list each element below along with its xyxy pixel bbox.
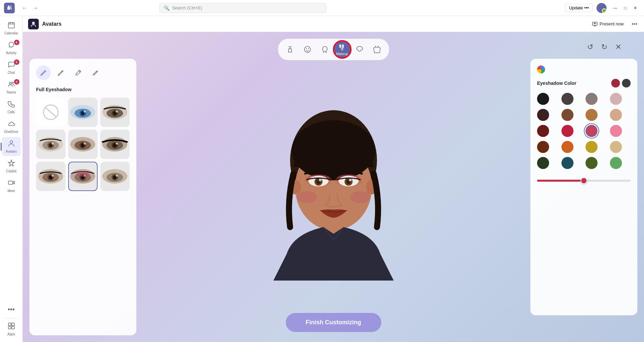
minimize-button[interactable]: —	[611, 3, 620, 13]
svg-point-82	[349, 179, 352, 181]
right-panel-header	[537, 65, 631, 73]
chat-badge: 5	[14, 59, 19, 65]
close-editor-button[interactable]: ✕	[613, 41, 624, 53]
app-header: Avatars Present now •••	[23, 16, 644, 32]
toolbar-head-button[interactable]	[317, 41, 333, 57]
eyeshadow-option-6[interactable]	[36, 162, 66, 191]
color-tan[interactable]	[586, 109, 598, 121]
selected-color-2[interactable]	[622, 79, 631, 88]
color-olive[interactable]	[586, 157, 598, 169]
opacity-slider[interactable]	[537, 180, 631, 182]
sidebar-item-chat[interactable]: 5 Chat	[2, 58, 21, 77]
undo-button[interactable]: ↺	[585, 41, 596, 53]
color-gray[interactable]	[586, 93, 598, 105]
finish-customizing-button[interactable]: Finish Customizing	[286, 313, 381, 332]
svg-point-2	[8, 5, 10, 7]
sidebar-label-onedrive: OneDrive	[4, 130, 18, 134]
svg-point-48	[116, 143, 118, 145]
color-teal[interactable]	[561, 157, 573, 169]
copilot-icon	[8, 159, 15, 168]
eyeshadow-section-title: Full Eyeshadow	[36, 87, 130, 92]
sidebar-item-calls[interactable]: Calls	[2, 98, 21, 117]
svg-rect-1	[7, 7, 10, 10]
sidebar-label-chat: Chat	[8, 71, 15, 74]
update-button[interactable]: Update •••	[565, 4, 593, 12]
google-colors-icon	[537, 65, 545, 73]
sidebar: Calendar 6 Activity 5 Chat	[0, 16, 23, 342]
teams-badge: 2	[14, 79, 19, 84]
color-darkred[interactable]	[537, 109, 549, 121]
eyeshadow-option-3[interactable]	[36, 130, 66, 159]
color-darkgreen[interactable]	[537, 157, 549, 169]
eyeshadow-option-8[interactable]	[100, 162, 130, 191]
svg-point-4	[9, 82, 11, 84]
sidebar-label-calendar: Calendar	[4, 31, 18, 35]
right-panel: Eyeshadow Color	[530, 59, 637, 315]
sidebar-divider	[5, 318, 18, 318]
color-row-3	[537, 125, 631, 137]
eyeshadow-grid	[36, 98, 130, 191]
meet-icon	[8, 179, 15, 188]
color-black[interactable]	[537, 93, 549, 105]
selected-color-1[interactable]	[611, 79, 620, 88]
search-bar[interactable]: 🔍 Search (Ctrl+E)	[159, 3, 327, 13]
color-rose[interactable]	[586, 125, 598, 137]
color-rust[interactable]	[537, 141, 549, 153]
svg-rect-8	[8, 323, 11, 326]
panel-tab-4[interactable]	[88, 65, 103, 80]
eyeshadow-option-4[interactable]	[68, 130, 98, 159]
panel-tab-3[interactable]	[71, 65, 86, 80]
toolbar-face-button[interactable]	[299, 41, 315, 57]
color-gold[interactable]	[586, 141, 598, 153]
eyeshadow-option-none[interactable]	[36, 98, 66, 127]
calls-icon	[8, 100, 15, 109]
maximize-button[interactable]: □	[621, 3, 630, 13]
color-cream[interactable]	[610, 141, 622, 153]
color-beige[interactable]	[610, 109, 622, 121]
svg-rect-9	[12, 323, 14, 326]
color-hotpink[interactable]	[610, 125, 622, 137]
color-darkbrown[interactable]	[561, 93, 573, 105]
color-crimson[interactable]	[561, 125, 573, 137]
sidebar-item-activity[interactable]: 6 Activity	[2, 38, 21, 57]
toolbar-body-button[interactable]	[282, 41, 298, 57]
color-deepred[interactable]	[537, 125, 549, 137]
sidebar-item-calendar[interactable]: Calendar	[2, 19, 21, 38]
color-lightpink[interactable]	[610, 93, 622, 105]
color-sage[interactable]	[610, 157, 622, 169]
teams-logo-icon	[4, 3, 15, 13]
panel-tab-2[interactable]	[53, 65, 68, 80]
sidebar-item-meet[interactable]: Meet	[2, 176, 21, 195]
color-brown[interactable]	[561, 109, 573, 121]
svg-point-33	[116, 111, 118, 113]
redo-button[interactable]: ↻	[599, 41, 610, 53]
top-toolbar: Makeup	[278, 39, 389, 60]
sidebar-item-avatars[interactable]: Avatars	[2, 137, 21, 156]
close-button[interactable]: ✕	[631, 3, 640, 13]
eyeshadow-option-selected[interactable]	[68, 162, 98, 191]
color-orange[interactable]	[561, 141, 573, 153]
toolbar-accessories-button[interactable]	[352, 41, 368, 57]
eyeshadow-option-1[interactable]	[68, 98, 98, 127]
svg-point-15	[306, 48, 306, 49]
toolbar-outfit-button[interactable]	[369, 41, 385, 57]
present-now-button[interactable]: Present now	[590, 20, 626, 28]
search-placeholder: Search (Ctrl+E)	[172, 5, 202, 10]
color-row-1	[537, 93, 631, 105]
eyeshadow-option-2[interactable]	[100, 98, 130, 127]
sidebar-item-apps[interactable]: Apps	[2, 320, 21, 339]
sidebar-item-onedrive[interactable]: OneDrive	[2, 117, 21, 136]
header-more-button[interactable]: •••	[630, 20, 639, 28]
back-button[interactable]: ←	[20, 4, 29, 12]
toolbar-makeup-button[interactable]: Makeup	[334, 41, 350, 57]
sidebar-label-meet: Meet	[7, 189, 15, 193]
user-avatar[interactable]	[597, 3, 607, 13]
panel-tab-1[interactable]	[36, 65, 51, 80]
forward-button[interactable]: →	[31, 4, 40, 12]
left-panel: Full Eyeshadow	[29, 59, 136, 335]
sidebar-item-copilot[interactable]: Copilot	[2, 157, 21, 176]
eyeshadow-option-5[interactable]	[100, 130, 130, 159]
panel-tabs	[36, 65, 130, 80]
sidebar-item-teams[interactable]: 2 Teams	[2, 78, 21, 97]
sidebar-item-more[interactable]: •••	[2, 303, 21, 316]
